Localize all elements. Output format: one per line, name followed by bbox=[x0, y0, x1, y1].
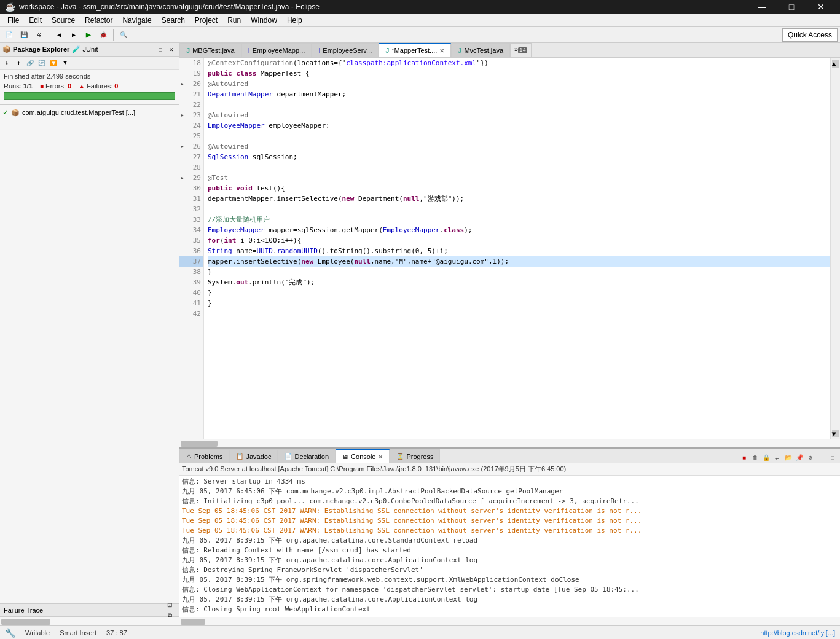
menu-source[interactable]: Source bbox=[47, 14, 80, 27]
menu-navigate[interactable]: Navigate bbox=[117, 14, 156, 27]
quick-access-input[interactable]: Quick Access bbox=[782, 28, 838, 42]
errors-icon: ■ bbox=[40, 83, 44, 90]
code-line-41: } bbox=[208, 298, 830, 308]
tab-package-explorer[interactable]: 📦 Package Explorer bbox=[2, 45, 69, 53]
code-line-20: @Autowired bbox=[208, 79, 830, 89]
stop-button[interactable]: ■ bbox=[739, 453, 749, 463]
console-tab-close[interactable]: ✕ bbox=[378, 453, 383, 460]
write-mode: Writable bbox=[25, 629, 50, 637]
tab-declaration[interactable]: 📄 Declaration bbox=[278, 449, 336, 463]
filter-stack-button[interactable]: ⊡ bbox=[164, 599, 175, 610]
toolbar-debug[interactable]: 🐞 bbox=[96, 28, 110, 42]
toolbar-back[interactable]: ◀ bbox=[52, 28, 66, 42]
runs-stat: Runs: 1/1 bbox=[4, 82, 33, 90]
scroll-lock-button[interactable]: 🔒 bbox=[761, 453, 771, 463]
minimize-panel-button[interactable]: — bbox=[144, 45, 154, 55]
tab-close-mappertest[interactable]: ✕ bbox=[439, 47, 444, 54]
line-num-25: 25 bbox=[179, 131, 203, 141]
console-line: 信息: Destroying Spring FrameworkServlet '… bbox=[182, 565, 838, 575]
scroll-down-button[interactable]: ▼ bbox=[832, 430, 839, 437]
minimize-button[interactable]: — bbox=[748, 0, 776, 14]
tab-label-employeeserv: EmployeeServ... bbox=[323, 47, 372, 54]
console-settings-button[interactable]: ⚙ bbox=[806, 453, 815, 463]
refresh-button[interactable]: 🔄 bbox=[36, 58, 47, 69]
panel-maximize-button[interactable]: □ bbox=[828, 453, 838, 463]
h-scroll-thumb[interactable] bbox=[181, 441, 218, 447]
code-line-23: @Autowired bbox=[208, 110, 830, 120]
tab-mvctest[interactable]: J MvcTest.java bbox=[451, 43, 510, 57]
code-line-27: SqlSession sqlSession; bbox=[208, 152, 830, 162]
h-scroll-thumb[interactable] bbox=[1, 619, 50, 625]
left-panel-scrollbar[interactable] bbox=[0, 617, 179, 625]
tab-icon-mvctest: J bbox=[458, 47, 461, 54]
tab-progress[interactable]: ⏳ Progress bbox=[390, 449, 440, 463]
word-wrap-button[interactable]: ↵ bbox=[772, 453, 782, 463]
code-line-18: @ContextConfiguration(locations={"classp… bbox=[208, 58, 830, 68]
console-line: 九月 05, 2017 6:45:06 下午 com.mchange.v2.c3… bbox=[182, 487, 838, 496]
console-scroll-thumb[interactable] bbox=[181, 619, 205, 625]
menu-search[interactable]: Search bbox=[157, 14, 190, 27]
toolbar-forward[interactable]: ▶ bbox=[67, 28, 80, 42]
line-num-37: 37 bbox=[179, 256, 203, 267]
tab-employeeserv[interactable]: I EmployeeServ... bbox=[312, 43, 379, 57]
scroll-up-button[interactable]: ▲ bbox=[832, 60, 839, 68]
toolbar-print[interactable]: 🖨 bbox=[32, 28, 45, 42]
blog-link[interactable]: http://blog.csdn.net/lyl[...] bbox=[760, 629, 835, 637]
explorer-toolbar: ⬇ ⬆ 🔗 🔄 🔽 ▼ bbox=[0, 57, 179, 70]
menu-run[interactable]: Run bbox=[222, 14, 246, 27]
menu-file[interactable]: File bbox=[2, 14, 24, 27]
pin-console-button[interactable]: 📌 bbox=[795, 453, 804, 463]
clear-console-button[interactable]: 🗑 bbox=[750, 453, 760, 463]
menu-refactor[interactable]: Refactor bbox=[80, 14, 117, 27]
code-content[interactable]: @ContextConfiguration(locations={"classp… bbox=[204, 58, 830, 439]
menu-project[interactable]: Project bbox=[190, 14, 222, 27]
line-num-38: 38 bbox=[179, 267, 203, 277]
collapse-all-button[interactable]: ⬇ bbox=[1, 58, 12, 69]
code-h-scrollbar[interactable] bbox=[179, 439, 840, 447]
tab-icon-employeeserv: I bbox=[318, 47, 320, 54]
status-bar: 🔧 Writable Smart Insert 37 : 87 http://b… bbox=[0, 625, 840, 639]
line-num-32: 32 bbox=[179, 204, 203, 214]
tab-employeemapp[interactable]: I EmployeeMapp... bbox=[241, 43, 312, 57]
code-line-24: EmployeeMapper employeeMapper; bbox=[208, 120, 830, 131]
tab-console[interactable]: 🖥 Console ✕ bbox=[336, 449, 390, 463]
line-num-39: 39 bbox=[179, 277, 203, 288]
close-panel-button[interactable]: ✕ bbox=[167, 45, 176, 55]
failures-icon: ▲ bbox=[79, 83, 85, 90]
line-num-24: 24 bbox=[179, 120, 203, 131]
editor-maximize-button[interactable]: □ bbox=[828, 47, 838, 57]
console-output[interactable]: 信息: Server startup in 4334 ms 九月 05, 201… bbox=[179, 476, 840, 617]
panel-minimize-button[interactable]: — bbox=[817, 453, 826, 463]
tab-junit[interactable]: 🧪 JUnit bbox=[72, 45, 98, 53]
menu-help[interactable]: Help bbox=[282, 14, 307, 27]
view-menu-button[interactable]: ▼ bbox=[60, 58, 71, 69]
tab-overflow[interactable]: » 14 bbox=[510, 43, 532, 57]
toolbar-new[interactable]: 📄 bbox=[2, 28, 16, 42]
tab-javadoc[interactable]: 📋 Javadoc bbox=[229, 449, 278, 463]
toolbar-run[interactable]: ▶ bbox=[82, 28, 95, 42]
toolbar-search[interactable]: 🔍 bbox=[117, 28, 130, 42]
console-h-scrollbar[interactable] bbox=[179, 617, 840, 625]
expand-all-button[interactable]: ⬆ bbox=[13, 58, 24, 69]
tab-mbgtest[interactable]: J MBGTest.java bbox=[179, 43, 241, 57]
code-line-30: public void test(){ bbox=[208, 183, 830, 194]
console-line: 信息: Server startup in 4334 ms bbox=[182, 477, 838, 487]
line-num-27: 27 bbox=[179, 152, 203, 162]
link-editor-button[interactable]: 🔗 bbox=[25, 58, 36, 69]
open-file-button[interactable]: 📂 bbox=[783, 453, 793, 463]
maximize-panel-button[interactable]: □ bbox=[155, 45, 165, 55]
menu-window[interactable]: Window bbox=[246, 14, 282, 27]
tab-mappertest[interactable]: J *MapperTest.... ✕ bbox=[379, 43, 451, 57]
tab-label-mvctest: MvcTest.java bbox=[464, 47, 503, 54]
filter-button[interactable]: 🔽 bbox=[48, 58, 59, 69]
menu-edit[interactable]: Edit bbox=[24, 14, 47, 27]
maximize-button[interactable]: □ bbox=[777, 0, 806, 14]
close-button[interactable]: ✕ bbox=[807, 0, 835, 14]
code-line-36: String name=UUID.randomUUID().toString()… bbox=[208, 246, 830, 256]
tab-problems[interactable]: ⚠ Problems bbox=[179, 449, 229, 463]
title-controls[interactable]: — □ ✕ bbox=[748, 0, 835, 14]
line-num-36: 36 bbox=[179, 246, 203, 256]
toolbar-save[interactable]: 💾 bbox=[17, 28, 31, 42]
editor-minimize-button[interactable]: — bbox=[817, 47, 826, 57]
list-item[interactable]: ✓ 📦 com.atguigu.crud.test.MapperTest [..… bbox=[2, 108, 176, 117]
